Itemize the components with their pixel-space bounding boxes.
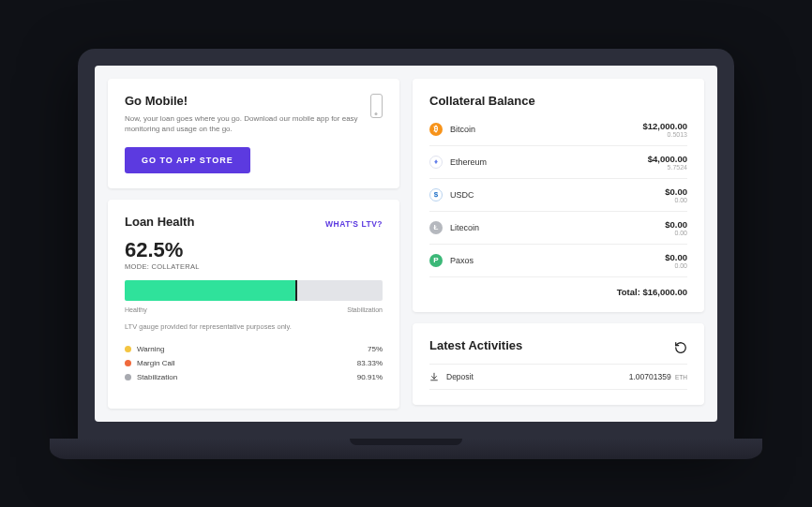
loan-health-title: Loan Health [125, 215, 194, 229]
ltv-legend: Warning 75% Margin Call 83.33% [125, 342, 383, 384]
coin-usd: $12,000.00 [642, 121, 687, 131]
bitcoin-icon: ₿ [429, 123, 443, 136]
dot-icon [125, 360, 131, 366]
collateral-total: Total: $16,000.00 [429, 277, 687, 297]
litecoin-icon: Ł [429, 221, 443, 234]
coin-name: Ethereum [450, 157, 487, 167]
legend-pct: 83.33% [357, 359, 383, 367]
collateral-row-ethereum: ♦ Ethereum $4,000.00 5.7524 [429, 146, 687, 179]
coin-name: Litecoin [450, 223, 479, 232]
ltv-gauge [125, 280, 383, 301]
right-column: Collateral Balance ₿ Bitcoin $12,000.00 … [413, 79, 704, 409]
collateral-row-bitcoin: ₿ Bitcoin $12,000.00 0.5013 [429, 113, 687, 146]
refresh-icon[interactable] [674, 341, 687, 354]
phone-icon [370, 94, 383, 118]
collateral-row-paxos: P Paxos $0.00 0.00 [429, 245, 687, 277]
laptop-frame: Go Mobile! Now, your loan goes where you… [78, 49, 734, 459]
coin-name: Bitcoin [450, 125, 475, 134]
collateral-balance-card: Collateral Balance ₿ Bitcoin $12,000.00 … [413, 79, 704, 312]
legend-row-stabilization: Stabilization 90.91% [125, 370, 383, 384]
coin-amt: 0.00 [665, 262, 687, 269]
dashboard-screen: Go Mobile! Now, your loan goes where you… [95, 66, 717, 422]
latest-activities-card: Latest Activities [413, 323, 704, 405]
gauge-segment-remaining [297, 280, 383, 301]
ltv-value: 62.5% [125, 238, 383, 262]
gauge-label-right: Stabilization [347, 306, 383, 313]
coin-name: Paxos [450, 256, 474, 265]
legend-label: Warning [137, 345, 165, 353]
go-mobile-desc: Now, your loan goes where you go. Downlo… [125, 113, 361, 134]
collateral-row-usdc: $ USDC $0.00 0.00 [429, 179, 687, 212]
go-to-app-store-button[interactable]: GO TO APP STORE [125, 147, 250, 173]
loan-health-card: Loan Health WHAT'S LTV? 62.5% MODE: COLL… [108, 200, 399, 409]
legend-pct: 90.91% [357, 373, 383, 381]
screen-bezel: Go Mobile! Now, your loan goes where you… [78, 49, 734, 439]
legend-row-warning: Warning 75% [125, 342, 383, 356]
go-mobile-title: Go Mobile! [125, 94, 361, 108]
gauge-segment-healthy [125, 280, 297, 301]
collateral-row-litecoin: Ł Litecoin $0.00 0.00 [429, 212, 687, 245]
ltv-mode: MODE: COLLATERAL [125, 262, 383, 271]
coin-usd: $4,000.00 [648, 154, 687, 164]
whats-ltv-link[interactable]: WHAT'S LTV? [325, 219, 383, 229]
deposit-icon [429, 372, 439, 381]
activity-unit: ETH [675, 374, 687, 380]
left-column: Go Mobile! Now, your loan goes where you… [108, 79, 399, 409]
coin-usd: $0.00 [665, 252, 687, 262]
coin-amt: 0.00 [665, 197, 687, 203]
coin-name: USDC [450, 190, 474, 200]
coin-usd: $0.00 [665, 219, 687, 230]
coin-amt: 0.00 [665, 230, 687, 236]
legend-pct: 75% [368, 345, 383, 353]
laptop-base [50, 439, 762, 459]
legend-row-margin: Margin Call 83.33% [125, 356, 383, 370]
legend-label: Margin Call [137, 359, 174, 367]
activity-row: Deposit 1.00701359 ETH [429, 364, 687, 390]
dot-icon [125, 346, 131, 352]
coin-amt: 5.7524 [648, 164, 687, 171]
activity-type: Deposit [446, 372, 474, 381]
go-mobile-card: Go Mobile! Now, your loan goes where you… [108, 79, 399, 188]
activities-title: Latest Activities [429, 338, 522, 352]
coin-amt: 0.5013 [642, 131, 687, 138]
legend-label: Stabilization [137, 373, 177, 381]
gauge-label-left: Healthy [125, 306, 147, 313]
usdc-icon: $ [429, 188, 443, 201]
paxos-icon: P [429, 254, 443, 267]
collateral-title: Collateral Balance [429, 94, 687, 108]
ltv-note: LTV gauge provided for representative pu… [125, 322, 383, 331]
dot-icon [125, 374, 131, 380]
coin-usd: $0.00 [665, 186, 687, 197]
ethereum-icon: ♦ [429, 156, 443, 169]
activity-amount: 1.00701359 [629, 372, 671, 381]
